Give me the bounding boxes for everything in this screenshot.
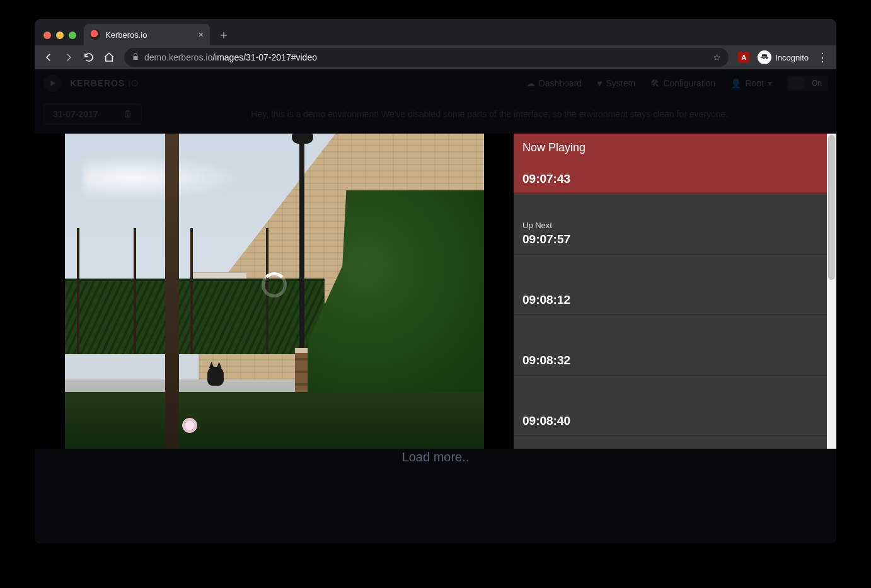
window-controls bbox=[41, 32, 79, 45]
scene-foreground-beam bbox=[165, 134, 179, 449]
tab-title: Kerberos.io bbox=[105, 30, 193, 40]
video-frame[interactable] bbox=[65, 134, 484, 449]
load-more-label: Load more.. bbox=[402, 450, 470, 464]
bookmark-star-icon[interactable]: ☆ bbox=[713, 52, 721, 62]
video-overlay: ✕ bbox=[35, 134, 836, 449]
scrollbar-thumb[interactable] bbox=[828, 135, 835, 280]
playlist-item-up-next[interactable]: Up Next 09:07:57 bbox=[514, 194, 827, 255]
playlist-item-now-playing[interactable]: Now Playing 09:07:43 bbox=[514, 134, 827, 194]
incognito-label: Incognito bbox=[775, 53, 809, 62]
scene-foreground-plants bbox=[65, 392, 484, 449]
now-playing-label: Now Playing bbox=[522, 141, 818, 154]
page-viewport: KERBEROS.IO ☁ Dashboard ♥ System 🛠 Confi… bbox=[35, 69, 836, 543]
incognito-icon bbox=[758, 50, 771, 64]
browser-window: Kerberos.io × ＋ demo.kerberos.io/images/… bbox=[35, 19, 836, 543]
load-more[interactable]: Load more.. bbox=[35, 449, 836, 524]
playlist-item[interactable]: 09:08:32 bbox=[514, 315, 827, 376]
playlist-item[interactable]: 09:08:40 bbox=[514, 376, 827, 436]
new-tab-button[interactable]: ＋ bbox=[215, 26, 233, 43]
tab-close-button[interactable]: × bbox=[199, 30, 204, 40]
scene-lamp-head bbox=[292, 134, 313, 144]
playlist-item[interactable]: 09:08:12 bbox=[514, 255, 827, 315]
scene-cat bbox=[207, 367, 224, 386]
home-button[interactable] bbox=[100, 49, 118, 66]
playlist-panel: Now Playing 09:07:43 Up Next 09:07:57 09… bbox=[514, 134, 836, 449]
loading-spinner-icon bbox=[262, 272, 287, 297]
window-maximize-button[interactable] bbox=[69, 32, 76, 39]
address-bar[interactable]: demo.kerberos.io/images/31-07-2017#video… bbox=[124, 48, 729, 67]
window-close-button[interactable] bbox=[43, 32, 51, 39]
scene-lamp-post bbox=[299, 134, 304, 379]
video-stage bbox=[35, 134, 514, 449]
scene-flower bbox=[182, 418, 197, 433]
incognito-indicator: Incognito bbox=[755, 50, 811, 64]
playlist-time: 09:08:32 bbox=[522, 354, 818, 367]
browser-toolbar: demo.kerberos.io/images/31-07-2017#video… bbox=[35, 45, 836, 69]
extension-angular-icon[interactable]: A bbox=[735, 49, 753, 66]
playlist-time: 09:07:43 bbox=[522, 172, 818, 186]
back-button[interactable] bbox=[40, 49, 57, 66]
up-next-label: Up Next bbox=[522, 221, 818, 230]
playlist-scrollbar[interactable] bbox=[827, 134, 836, 449]
window-minimize-button[interactable] bbox=[56, 32, 64, 39]
tab-strip: Kerberos.io × ＋ bbox=[35, 19, 836, 45]
scene-fence-posts bbox=[77, 228, 79, 354]
playlist-time: 09:08:12 bbox=[522, 293, 818, 307]
forward-button[interactable] bbox=[60, 49, 78, 66]
playlist[interactable]: Now Playing 09:07:43 Up Next 09:07:57 09… bbox=[514, 134, 827, 449]
reload-button[interactable] bbox=[80, 49, 98, 66]
tab-favicon-icon bbox=[90, 30, 100, 40]
browser-menu-button[interactable]: ⋮ bbox=[814, 50, 831, 64]
lock-icon bbox=[132, 52, 139, 63]
address-bar-url: demo.kerberos.io/images/31-07-2017#video bbox=[144, 52, 708, 62]
scene-cloud bbox=[84, 156, 241, 200]
playlist-time: 09:08:40 bbox=[522, 414, 818, 428]
browser-tab[interactable]: Kerberos.io × bbox=[84, 24, 210, 45]
playlist-time: 09:07:57 bbox=[522, 233, 818, 246]
